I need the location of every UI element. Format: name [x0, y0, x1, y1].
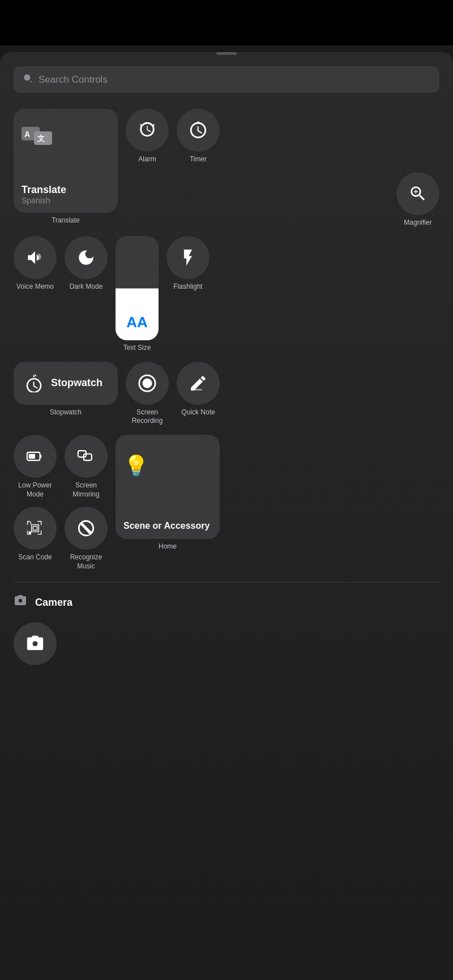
translate-icon: A 文 — [22, 117, 110, 152]
scan-code-label: Scan Code — [18, 553, 52, 562]
low-power-label: Low PowerMode — [18, 481, 52, 499]
row-4: Low PowerMode Scan Code — [14, 435, 439, 571]
stopwatch-item: Stopwatch Stopwatch — [14, 362, 118, 417]
flashlight-label: Flashlight — [173, 283, 202, 292]
alarm-label: Alarm — [138, 155, 156, 164]
left-two-col-2: ScreenMirroring RecognizeMusic — [65, 435, 108, 571]
home-tile-icon: 💡 — [123, 443, 212, 478]
translate-title: Translate — [22, 184, 110, 196]
text-size-control: AA — [116, 236, 159, 340]
home-tile-title: Scene or Accessory — [123, 521, 212, 531]
alarm-item[interactable]: Alarm — [126, 109, 169, 164]
recognize-music-label: RecognizeMusic — [70, 553, 102, 571]
dark-mode-label: Dark Mode — [70, 283, 103, 292]
svg-rect-9 — [40, 455, 42, 458]
quick-note-label: Quick Note — [181, 408, 215, 417]
timer-label: Timer — [190, 155, 207, 164]
voice-memo-label: Voice Memo — [16, 283, 54, 292]
camera-header-icon — [14, 594, 27, 611]
camera-header-row: Camera — [14, 594, 439, 611]
screen-mirroring-item[interactable]: ScreenMirroring — [65, 435, 108, 499]
section-divider — [14, 582, 439, 583]
svg-text:文: 文 — [37, 134, 45, 143]
scan-code-circle — [14, 507, 57, 550]
translate-tile[interactable]: A 文 Translate Spanish — [14, 109, 118, 213]
text-size-item[interactable]: AA Text Size — [116, 236, 159, 353]
stopwatch-label: Stopwatch — [50, 408, 82, 417]
low-power-circle — [14, 435, 57, 478]
home-item: 💡 Scene or Accessory Home — [116, 435, 220, 551]
drag-handle[interactable] — [216, 52, 237, 55]
translate-label: Translate — [52, 216, 80, 225]
quick-note-item[interactable]: Quick Note — [177, 362, 220, 426]
magnifier-circle — [396, 172, 439, 215]
magnifier-label: Magnifier — [404, 219, 431, 228]
search-bar[interactable]: Search Controls — [14, 66, 439, 93]
svg-rect-6 — [191, 389, 202, 391]
right-col-1: Alarm Timer — [126, 109, 439, 227]
svg-text:A: A — [24, 130, 30, 139]
recognize-music-item[interactable]: RecognizeMusic — [65, 507, 108, 571]
translate-item: A 文 Translate Spanish Translate — [14, 109, 118, 225]
voice-memo-item[interactable]: Voice Memo — [14, 236, 57, 292]
screen-mirroring-label: ScreenMirroring — [72, 481, 99, 499]
svg-rect-8 — [29, 454, 35, 459]
camera-button[interactable] — [14, 622, 57, 665]
dark-mode-item[interactable]: Dark Mode — [65, 236, 108, 292]
screen-mirroring-circle — [65, 435, 108, 478]
screen-recording-label: ScreenRecording — [132, 408, 163, 426]
text-size-label: Text Size — [123, 344, 151, 353]
row-1: A 文 Translate Spanish Translate — [14, 109, 439, 227]
stopwatch-wide-button[interactable]: Stopwatch — [14, 362, 118, 405]
flashlight-circle — [166, 236, 210, 279]
scan-code-item[interactable]: Scan Code — [14, 507, 57, 562]
screen-recording-item[interactable]: ScreenRecording — [126, 362, 169, 426]
timer-item[interactable]: Timer — [177, 109, 220, 164]
quick-note-circle — [177, 362, 220, 405]
dark-mode-circle — [65, 236, 108, 279]
stopwatch-wide-label: Stopwatch — [51, 377, 102, 389]
home-tile[interactable]: 💡 Scene or Accessory — [116, 435, 220, 539]
home-label: Home — [159, 542, 177, 551]
recognize-music-circle — [65, 507, 108, 550]
low-power-item[interactable]: Low PowerMode — [14, 435, 57, 499]
row-3-right: ScreenRecording Quick Note — [126, 362, 220, 426]
screen-recording-circle — [126, 362, 169, 405]
timer-circle — [177, 109, 220, 152]
magnifier-item[interactable]: Magnifier — [396, 172, 439, 228]
row-2: Voice Memo Dark Mode AA Text Size — [14, 236, 439, 353]
search-icon — [23, 73, 33, 86]
svg-point-5 — [143, 378, 152, 388]
left-two-col: Low PowerMode Scan Code — [14, 435, 57, 562]
voice-memo-circle — [14, 236, 57, 279]
flashlight-item[interactable]: Flashlight — [166, 236, 210, 292]
alarm-circle — [126, 109, 169, 152]
search-placeholder: Search Controls — [39, 74, 108, 85]
top-two: Alarm Timer — [126, 109, 439, 164]
camera-title: Camera — [35, 597, 72, 609]
text-size-aa: AA — [126, 314, 148, 331]
row-3: Stopwatch Stopwatch ScreenRecording — [14, 362, 439, 426]
camera-section: Camera — [0, 594, 453, 665]
translate-subtitle: Spanish — [22, 196, 110, 205]
